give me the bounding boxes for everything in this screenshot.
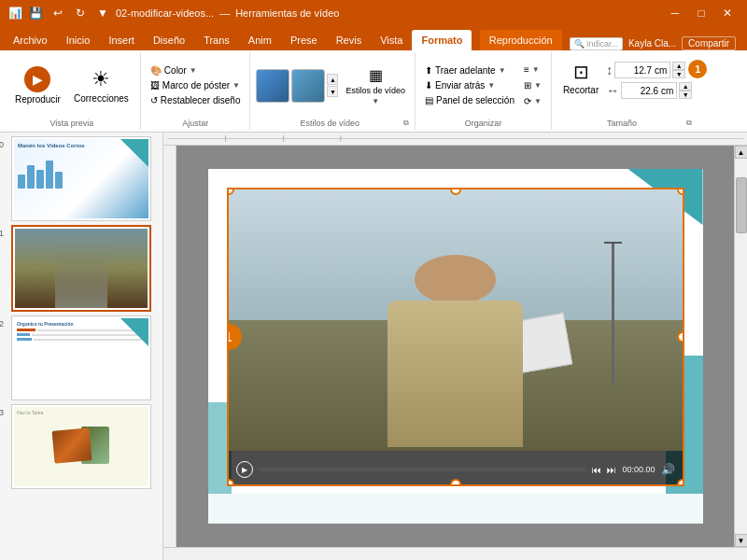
align-button[interactable]: ≡▼ xyxy=(520,63,545,77)
group-button[interactable]: ⊞▼ xyxy=(520,78,545,92)
scroll-up-btn[interactable]: ▲ xyxy=(735,146,748,159)
close-button[interactable]: ✕ xyxy=(715,4,740,22)
slide-11-thumb[interactable] xyxy=(11,225,151,312)
width-row: ↔ ▲ ▼ xyxy=(606,82,692,99)
selection-pane-button[interactable]: ▤ Panel de selección xyxy=(421,93,518,107)
bring-forward-label: Traer adelante xyxy=(435,65,496,76)
minimize-button[interactable]: ─ xyxy=(663,4,687,22)
tab-reproduccion[interactable]: Reproducción xyxy=(480,30,562,50)
content-main-row: 1 xyxy=(163,146,747,547)
video-styles-content: ▲ ▼ ▦ Estilos de vídeo ▼ xyxy=(256,54,409,117)
tab-prese[interactable]: Prese xyxy=(281,30,327,50)
maximize-button[interactable]: □ xyxy=(689,4,713,22)
corrections-button[interactable]: ☀ Correcciones xyxy=(68,55,134,117)
bar-5 xyxy=(55,172,63,189)
tab-formato[interactable]: Formato xyxy=(412,30,472,50)
books-icon xyxy=(52,427,92,463)
customize-icon[interactable]: ▼ xyxy=(95,6,110,21)
poster-button[interactable]: 🖼 Marco de póster ▼ xyxy=(147,78,245,92)
crop-icon: ⊡ xyxy=(573,61,589,83)
slide-12-bg: Organice tu Presentación xyxy=(14,318,148,398)
color-button[interactable]: 🎨 Color ▼ xyxy=(147,63,245,77)
send-back-button[interactable]: ⬇ Enviar atrás ▼ xyxy=(421,78,518,92)
share-button[interactable]: Compartir xyxy=(682,36,736,50)
play-button[interactable]: ▶ Reproducir xyxy=(9,55,66,117)
video-element[interactable]: 1 xyxy=(227,188,684,486)
tab-anim[interactable]: Anim xyxy=(239,30,281,50)
style-thumb-1[interactable] xyxy=(256,69,289,103)
height-input[interactable] xyxy=(614,62,670,78)
height-spin-down[interactable]: ▼ xyxy=(672,70,685,78)
slide-10-bars xyxy=(18,151,145,189)
slide-11-container: 11 ★ xyxy=(11,225,151,312)
size-expand-icon[interactable]: ⧉ xyxy=(686,119,692,128)
send-back-icon: ⬇ xyxy=(425,80,432,91)
width-spin-down[interactable]: ▼ xyxy=(679,91,692,99)
person-container xyxy=(388,255,524,451)
tab-insert[interactable]: Insert xyxy=(99,30,144,50)
height-spin: ▲ ▼ xyxy=(672,62,685,78)
line-bar-1 xyxy=(37,329,146,331)
title-bar-left: 📊 💾 ↩ ↻ ▼ 02-modificar-videos... — Herra… xyxy=(7,6,339,21)
tab-vista[interactable]: Vista xyxy=(371,30,412,50)
slide-content: 1 xyxy=(208,169,703,524)
slide-13-title: Haz tu Tarea xyxy=(17,410,146,415)
style-scroll-up[interactable]: ▲ xyxy=(327,74,338,85)
slide-12-thumb[interactable]: Organice tu Presentación xyxy=(11,315,151,400)
quick-access-toolbar: 💾 ↩ ↻ ▼ xyxy=(28,6,110,21)
slide-12-lines xyxy=(17,329,146,341)
width-input[interactable] xyxy=(621,82,677,99)
width-spin-up[interactable]: ▲ xyxy=(679,82,692,91)
handle-mr[interactable] xyxy=(677,331,684,343)
slide-13-thumb[interactable]: Haz tu Tarea xyxy=(11,404,151,489)
forward-btn[interactable]: ⏭ xyxy=(607,465,616,475)
style-scroll-down[interactable]: ▼ xyxy=(327,86,338,97)
pole-crossbar xyxy=(604,242,622,244)
undo-icon[interactable]: ↩ xyxy=(50,6,65,21)
video-styles-icon: ▦ xyxy=(369,66,383,84)
preview-group-content: ▶ Reproducir ☀ Correcciones xyxy=(9,54,134,117)
volume-icon[interactable]: 🔊 xyxy=(661,463,675,476)
rotate-button[interactable]: ⟳▼ xyxy=(520,94,545,108)
slide-panel[interactable]: 10 Manén los Vídeos Cortos xyxy=(0,133,163,560)
tab-revis[interactable]: Revis xyxy=(327,30,372,50)
save-icon[interactable]: 💾 xyxy=(28,6,43,21)
crop-button[interactable]: ⊡ Recortar xyxy=(557,54,604,101)
style-thumb-2[interactable] xyxy=(291,69,325,103)
video-progress-bar[interactable] xyxy=(259,468,587,471)
tab-trans[interactable]: Trans xyxy=(194,30,239,50)
width-spin: ▲ ▼ xyxy=(679,82,692,99)
bring-forward-button[interactable]: ⬆ Traer adelante ▼ xyxy=(421,63,518,77)
send-back-chevron-icon: ▼ xyxy=(487,81,495,90)
reset-button[interactable]: ↺ Restablecer diseño xyxy=(147,93,245,107)
play-label: Reproducir xyxy=(15,94,61,105)
preview-group: ▶ Reproducir ☀ Correcciones Vista previa xyxy=(4,52,141,130)
video-play-btn[interactable]: ▶ xyxy=(236,461,253,478)
slide-12-number: 12 xyxy=(0,319,4,329)
video-styles-expand-icon[interactable]: ⧉ xyxy=(403,119,409,128)
app-logo-icon: 📊 xyxy=(7,6,22,21)
video-styles-button[interactable]: ▦ Estilos de vídeo ▼ xyxy=(342,64,409,107)
slide-11-inner xyxy=(15,229,148,308)
video-styles-chevron-icon: ▼ xyxy=(372,97,379,105)
rewind-btn[interactable]: ⏮ xyxy=(592,465,601,475)
video-styles-label: Estilos de vídeo xyxy=(345,86,405,95)
bar-1 xyxy=(18,175,25,189)
organize-col: ⬆ Traer adelante ▼ ⬇ Enviar atrás ▼ ▤ Pa… xyxy=(421,63,518,107)
crop-col: ⊡ Recortar xyxy=(557,54,604,101)
tab-archivo[interactable]: Archivo xyxy=(4,30,57,50)
scroll-down-btn[interactable]: ▼ xyxy=(735,534,748,547)
redo-icon[interactable]: ↻ xyxy=(73,6,88,21)
search-input[interactable]: Indicar... xyxy=(586,39,618,49)
align-col: ≡▼ ⊞▼ ⟳▼ xyxy=(520,63,545,108)
vertical-scrollbar[interactable]: ▲ ▼ xyxy=(734,146,747,547)
tab-diseno[interactable]: Diseño xyxy=(144,30,194,50)
slide-10-thumb[interactable]: Manén los Vídeos Cortos xyxy=(11,136,151,221)
color-chevron-icon: ▼ xyxy=(190,66,197,75)
height-spin-up[interactable]: ▲ xyxy=(672,62,685,70)
scroll-thumb[interactable] xyxy=(736,177,747,233)
corrections-label: Correcciones xyxy=(74,93,129,104)
person-body xyxy=(388,301,524,448)
tab-inicio[interactable]: Inicio xyxy=(57,30,100,50)
video-time: 00:00.00 xyxy=(622,465,655,474)
